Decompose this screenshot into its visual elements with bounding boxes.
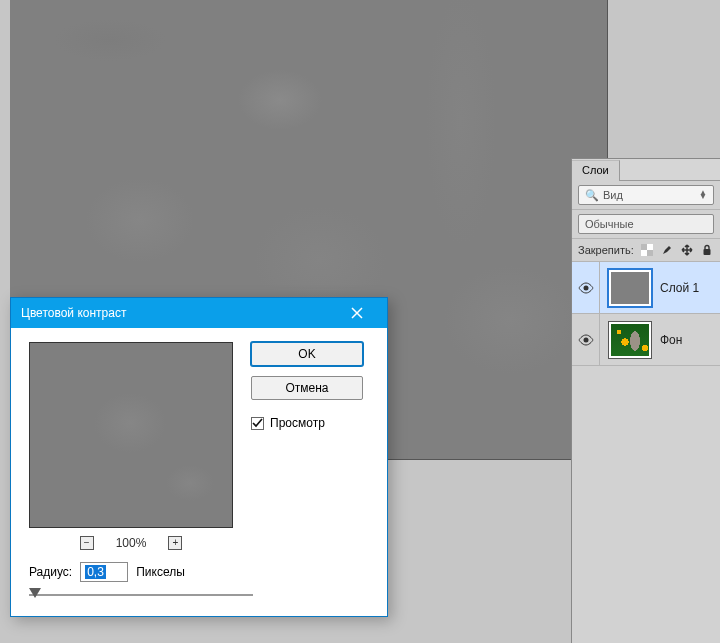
kind-filter-select[interactable]: 🔍 Вид ▲▼ — [578, 185, 714, 205]
layer-name[interactable]: Слой 1 — [660, 281, 699, 295]
lock-row: Закрепить: — [572, 239, 720, 262]
preview-checkbox-row[interactable]: Просмотр — [251, 416, 363, 430]
eye-icon — [578, 334, 594, 346]
dialog-titlebar[interactable]: Цветовой контраст — [11, 298, 387, 328]
layer-name[interactable]: Фон — [660, 333, 682, 347]
ok-button[interactable]: OK — [251, 342, 363, 366]
filter-preview[interactable] — [29, 342, 233, 528]
lock-brush-icon[interactable] — [660, 243, 674, 257]
lock-all-icon[interactable] — [700, 243, 714, 257]
dialog-title: Цветовой контраст — [21, 306, 126, 320]
eye-icon — [578, 282, 594, 294]
preview-checkbox[interactable] — [251, 417, 264, 430]
lock-label: Закрепить: — [578, 244, 634, 256]
zoom-level: 100% — [116, 536, 147, 550]
close-icon — [351, 307, 363, 319]
tab-layers[interactable]: Слои — [572, 160, 620, 181]
chevron-updown-icon: ▲▼ — [699, 191, 707, 199]
kind-placeholder: Вид — [603, 189, 623, 201]
check-icon — [252, 418, 263, 429]
svg-point-5 — [583, 285, 588, 290]
visibility-toggle[interactable] — [572, 262, 600, 313]
svg-rect-0 — [641, 244, 647, 250]
svg-point-6 — [583, 337, 588, 342]
radius-input[interactable]: 0,3 — [80, 562, 128, 582]
search-icon: 🔍 — [585, 189, 599, 202]
layer-row[interactable]: Слой 1 — [572, 262, 720, 314]
layer-thumbnail[interactable] — [608, 269, 652, 307]
radius-slider[interactable] — [29, 588, 253, 602]
kind-row: 🔍 Вид ▲▼ — [572, 181, 720, 210]
layers-panel: Слои 🔍 Вид ▲▼ Обычные Закрепить: — [571, 158, 720, 643]
radius-label: Радиус: — [29, 565, 72, 579]
high-pass-dialog: Цветовой контраст − 100% + OK Отмена Про… — [10, 297, 388, 617]
blend-row: Обычные — [572, 210, 720, 239]
layer-row[interactable]: Фон — [572, 314, 720, 366]
slider-track — [29, 594, 253, 596]
lock-transparency-icon[interactable] — [640, 243, 654, 257]
zoom-out-button[interactable]: − — [80, 536, 94, 550]
svg-rect-2 — [647, 244, 653, 250]
svg-rect-3 — [641, 250, 647, 256]
radius-unit: Пикселы — [136, 565, 185, 579]
panel-tabs: Слои — [572, 159, 720, 181]
radius-value: 0,3 — [85, 565, 106, 579]
visibility-toggle[interactable] — [572, 314, 600, 365]
svg-rect-4 — [703, 249, 710, 255]
blend-mode-select[interactable]: Обычные — [578, 214, 714, 234]
slider-thumb[interactable] — [29, 588, 41, 598]
svg-rect-1 — [647, 250, 653, 256]
close-button[interactable] — [337, 298, 377, 328]
cancel-button[interactable]: Отмена — [251, 376, 363, 400]
lock-move-icon[interactable] — [680, 243, 694, 257]
layer-thumbnail[interactable] — [608, 321, 652, 359]
zoom-in-button[interactable]: + — [168, 536, 182, 550]
blend-mode-value: Обычные — [585, 218, 634, 230]
preview-label: Просмотр — [270, 416, 325, 430]
